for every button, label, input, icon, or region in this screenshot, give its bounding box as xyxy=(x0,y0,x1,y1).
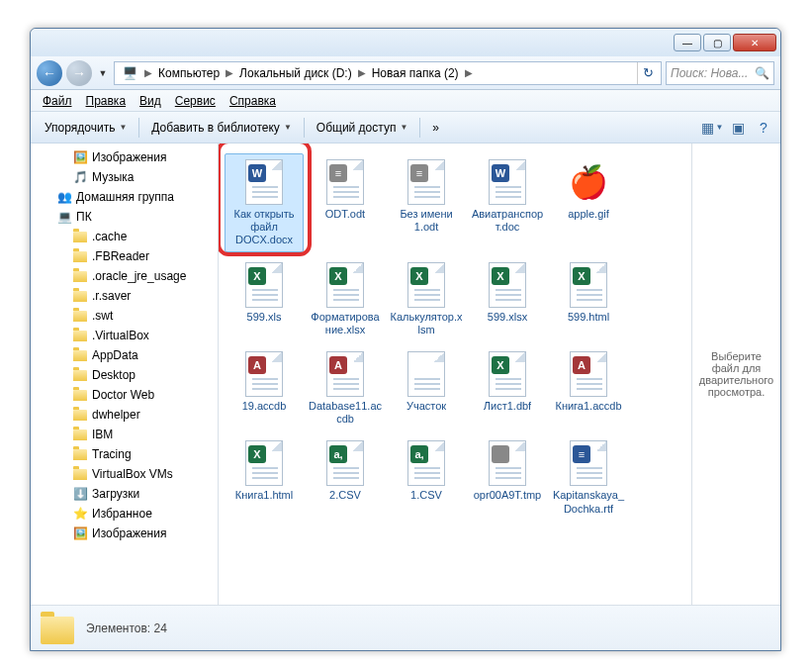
nav-history-dropdown[interactable]: ▼ xyxy=(96,60,110,86)
separator xyxy=(138,118,139,138)
nav-item[interactable]: IBM xyxy=(31,425,218,444)
breadcrumb-bar[interactable]: 🖥️ ▶ Компьютер ▶ Локальный диск (D:) ▶ Н… xyxy=(114,61,662,85)
search-icon: 🔍 xyxy=(755,66,769,80)
organize-button[interactable]: Упорядочить▼ xyxy=(37,117,135,139)
nav-forward-button[interactable]: → xyxy=(66,60,92,86)
file-item[interactable]: WКак открыть файл DOCX.docx xyxy=(225,153,304,252)
folder-icon xyxy=(72,229,88,244)
file-item[interactable]: ≡Kapitanskaya_Dochka.rtf xyxy=(549,434,628,520)
chevron-right-icon[interactable]: ▶ xyxy=(224,67,235,78)
file-icon xyxy=(403,350,450,398)
nav-item[interactable]: VirtualBox VMs xyxy=(31,464,218,484)
file-item[interactable]: X599.html xyxy=(549,256,628,341)
file-item[interactable]: A19.accdb xyxy=(225,345,304,430)
file-item[interactable]: Участок xyxy=(387,345,466,430)
file-item[interactable]: ADatabase11.accdb xyxy=(306,345,385,430)
nav-item[interactable]: .VirtualBox xyxy=(31,326,218,345)
chevron-right-icon[interactable]: ▶ xyxy=(463,67,475,78)
nav-item-label: Загрузки xyxy=(92,487,139,501)
file-icon: A xyxy=(240,350,288,398)
chevron-down-icon: ▼ xyxy=(284,123,292,132)
navigation-pane[interactable]: 🖼️Изображения🎵Музыка👥Домашняя группа💻ПК.… xyxy=(31,143,219,605)
view-options-button[interactable]: ▦▼ xyxy=(701,117,723,139)
file-item[interactable]: X599.xls xyxy=(225,256,304,341)
breadcrumb-computer[interactable]: Компьютер xyxy=(154,62,224,84)
nav-item[interactable]: AppData xyxy=(31,345,218,365)
file-label: Форматирование.xlsx xyxy=(309,311,382,336)
file-item[interactable]: ≡ODT.odt xyxy=(306,153,385,252)
file-item[interactable]: a,1.CSV xyxy=(387,434,466,520)
nav-item[interactable]: .cache xyxy=(31,227,218,246)
file-icon xyxy=(484,439,531,487)
nav-item-label: Изображения xyxy=(92,150,166,164)
home-icon: 👥 xyxy=(56,189,72,205)
breadcrumb-drive[interactable]: Локальный диск (D:) xyxy=(235,62,356,84)
help-button[interactable]: ? xyxy=(753,117,774,139)
folder-icon xyxy=(72,446,88,462)
breadcrumb-folder[interactable]: Новая папка (2) xyxy=(368,62,463,84)
file-label: Как открыть файл DOCX.docx xyxy=(227,208,301,247)
add-to-library-button[interactable]: Добавить в библиотеку▼ xyxy=(143,117,299,139)
preview-pane-button[interactable]: ▣ xyxy=(727,117,749,139)
nav-item[interactable]: .swt xyxy=(31,306,218,326)
folder-icon xyxy=(72,268,88,284)
file-item[interactable]: opr00A9T.tmp xyxy=(468,434,547,520)
nav-item[interactable]: 🖼️Изображения xyxy=(31,524,218,543)
nav-item[interactable]: 🎵Музыка xyxy=(31,167,218,187)
search-input[interactable]: Поиск: Нова... 🔍 xyxy=(666,61,774,85)
folder-icon xyxy=(72,308,88,324)
file-icon: A xyxy=(321,350,369,398)
file-item[interactable]: 🍎apple.gif xyxy=(549,153,628,252)
dl-icon: ⬇️ xyxy=(72,486,88,502)
folder-icon xyxy=(72,387,88,403)
file-label: Книга1.accdb xyxy=(555,400,621,413)
minimize-button[interactable]: — xyxy=(674,34,701,51)
file-icon: a, xyxy=(321,439,369,487)
nav-item[interactable]: 💻ПК xyxy=(31,207,218,227)
nav-item[interactable]: 🖼️Изображения xyxy=(31,147,218,167)
menu-view[interactable]: Вид xyxy=(134,92,167,110)
file-item[interactable]: XЛист1.dbf xyxy=(468,345,547,430)
file-item[interactable]: ≡Без имени 1.odt xyxy=(387,153,466,252)
nav-item[interactable]: .FBReader xyxy=(31,246,218,266)
nav-item[interactable]: Tracing xyxy=(31,444,218,464)
menu-tools[interactable]: Сервис xyxy=(169,92,222,110)
content-area: WКак открыть файл DOCX.docx≡ODT.odt≡Без … xyxy=(219,143,780,605)
nav-item[interactable]: .r.saver xyxy=(31,286,218,306)
menu-file[interactable]: Файл xyxy=(37,92,78,110)
file-item[interactable]: XФорматирование.xlsx xyxy=(306,256,385,341)
file-item[interactable]: a,2.CSV xyxy=(306,434,385,520)
file-list[interactable]: WКак открыть файл DOCX.docx≡ODT.odt≡Без … xyxy=(219,143,691,605)
maximize-button[interactable]: ▢ xyxy=(703,34,731,51)
nav-item[interactable]: ⬇️Загрузки xyxy=(31,484,218,504)
nav-item[interactable]: Doctor Web xyxy=(31,385,218,405)
menu-help[interactable]: Справка xyxy=(224,92,282,110)
nav-item[interactable]: dwhelper xyxy=(31,405,218,425)
status-bar: Элементов: 24 xyxy=(31,605,780,650)
close-button[interactable]: ✕ xyxy=(733,34,776,51)
computer-icon: 🖥️ xyxy=(121,64,138,82)
nav-item-label: .oracle_jre_usage xyxy=(92,269,186,283)
nav-item-label: Изображения xyxy=(92,526,166,540)
file-item[interactable]: XКалькулятор.xlsm xyxy=(387,256,466,341)
nav-item[interactable]: .oracle_jre_usage xyxy=(31,266,218,286)
chevron-right-icon[interactable]: ▶ xyxy=(356,67,368,78)
file-item[interactable]: AКнига1.accdb xyxy=(549,345,628,430)
file-label: opr00A9T.tmp xyxy=(474,489,541,502)
nav-item[interactable]: 👥Домашняя группа xyxy=(31,187,218,207)
menu-edit[interactable]: Правка xyxy=(80,92,133,110)
command-bar: Упорядочить▼ Добавить в библиотеку▼ Общи… xyxy=(31,112,780,143)
file-item[interactable]: XКнига1.html xyxy=(225,434,304,520)
file-item[interactable]: WАвиатранспорт.doc xyxy=(468,153,547,252)
nav-item[interactable]: ⭐Избранное xyxy=(31,504,218,524)
refresh-button[interactable]: ↻ xyxy=(637,62,659,84)
file-label: 1.CSV xyxy=(410,489,442,502)
nav-item-label: Избранное xyxy=(92,507,152,521)
file-item[interactable]: X599.xlsx xyxy=(468,256,547,341)
overflow-button[interactable]: » xyxy=(424,117,447,139)
nav-back-button[interactable]: ← xyxy=(37,60,62,86)
share-button[interactable]: Общий доступ▼ xyxy=(309,117,416,139)
nav-item[interactable]: Desktop xyxy=(31,365,218,385)
file-icon: A xyxy=(565,350,612,398)
chevron-right-icon[interactable]: ▶ xyxy=(142,67,154,78)
